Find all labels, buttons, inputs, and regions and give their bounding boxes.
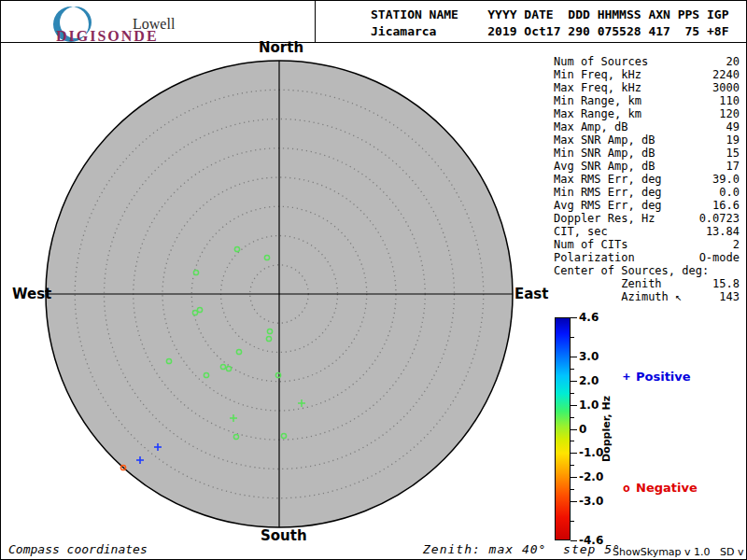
stat-row: CIT, sec13.84 <box>554 225 740 238</box>
colorbar-major-tick <box>571 357 577 357</box>
compass-label-north: North <box>259 39 303 56</box>
stat-value: 20 <box>726 55 740 68</box>
zenith-range-note: Zenith: max 40° step 5° <box>423 542 621 556</box>
stat-value: 110 <box>719 94 740 107</box>
stat-label: Min RMS Err, deg <box>554 186 662 199</box>
stat-value: 19 <box>726 133 740 147</box>
colorbar-tick-label: 1.0 <box>579 399 599 412</box>
stat-row: Center of Sources, deg: <box>554 264 740 277</box>
colorbar-minor-tick <box>571 393 574 394</box>
stat-value: 2 <box>733 238 740 251</box>
stat-label: Zenith <box>554 277 662 290</box>
colorbar-major-tick <box>571 477 577 478</box>
colorbar-major-tick <box>571 381 577 382</box>
stat-row: Num of CITs2 <box>554 238 740 251</box>
legend-positive: +Positive <box>623 370 691 384</box>
colorbar-tick-label: -3.0 <box>579 495 603 508</box>
stat-row: Min Range, km110 <box>554 94 740 107</box>
stat-label: Min SNR Amp, dB <box>554 147 655 160</box>
doppler-colorbar <box>555 317 571 540</box>
stat-row: Zenith15.8 <box>554 277 740 290</box>
stat-label: Min Freq, kHz <box>554 68 641 81</box>
circle-marker-icon: o <box>623 481 636 495</box>
showskymap-window: Lowell DIGISONDE STATION NAME YYYY DATE … <box>0 0 747 560</box>
stat-label: Polarization <box>554 251 635 264</box>
stat-label: Max Freq, kHz <box>554 81 641 94</box>
stat-row: Doppler Res, Hz0.0723 <box>554 212 740 225</box>
stat-value: 143 <box>719 290 740 303</box>
stat-label: Center of Sources, deg: <box>554 264 709 277</box>
stat-value: 0.0 <box>719 186 740 199</box>
station-header-columns: STATION NAME YYYY DATE DDD HHMMSS AXN PP… <box>371 7 729 22</box>
plus-marker-icon: + <box>623 370 636 384</box>
stat-row: Max Freq, kHz3000 <box>554 81 740 94</box>
colorbar-minor-tick <box>571 441 574 441</box>
colorbar-minor-tick <box>571 465 574 466</box>
stat-value: 15.8 <box>712 277 740 290</box>
colorbar-major-tick <box>571 317 577 318</box>
stat-label: Avg RMS Err, deg <box>554 199 662 212</box>
compass-label-south: South <box>261 527 307 544</box>
colorbar-tick-label: 3.0 <box>579 350 599 363</box>
colorbar-major-tick <box>571 501 577 502</box>
stat-row: Min Freq, kHz2240 <box>554 68 740 81</box>
colorbar-tick-label: 0 <box>579 423 586 436</box>
colorbar-minor-tick <box>571 417 574 418</box>
compass-label-west: West <box>12 286 51 302</box>
stat-label: Max SNR Amp, dB <box>554 133 655 147</box>
colorbar-major-tick <box>571 540 577 541</box>
legend-positive-label: Positive <box>636 370 691 384</box>
stat-row: Avg RMS Err, deg16.6 <box>554 199 740 212</box>
stat-row: Max RMS Err, deg39.0 <box>554 173 740 186</box>
version-note: ShowSkymap v 1.0 SD v 4.2 <box>613 546 747 558</box>
colorbar-minor-tick <box>571 489 574 490</box>
stat-value: 13.84 <box>706 225 740 238</box>
legend-negative: oNegative <box>623 481 698 495</box>
stat-value: 120 <box>719 107 740 120</box>
coordinates-note: Compass coordinates <box>8 542 148 556</box>
digisonde-logo: Lowell DIGISONDE <box>52 4 230 45</box>
colorbar-minor-tick <box>571 369 574 370</box>
stat-row: Max Range, km120 <box>554 107 740 120</box>
stat-row: Min SNR Amp, dB15 <box>554 147 740 160</box>
stat-row: PolarizationO-mode <box>554 251 740 264</box>
stat-label: Max RMS Err, deg <box>554 173 662 186</box>
colorbar-major-tick <box>571 429 577 430</box>
legend-negative-label: Negative <box>636 481 698 495</box>
stat-value: 17 <box>726 160 740 173</box>
stat-label: Max Amp, dB <box>554 120 627 133</box>
stat-row: Avg SNR Amp, dB17 <box>554 160 740 173</box>
colorbar-major-tick <box>571 405 577 406</box>
stat-value: 16.6 <box>712 199 740 212</box>
stat-row: Max SNR Amp, dB19 <box>554 133 740 147</box>
colorbar-tick-label: 4.6 <box>579 311 599 324</box>
header-left-divider <box>315 1 316 42</box>
colorbar-tick-label: 2.0 <box>579 374 599 387</box>
stats-panel: Num of Sources20Min Freq, kHz2240Max Fre… <box>554 55 740 303</box>
stat-value: 3000 <box>712 81 740 94</box>
stat-label: Num of CITs <box>554 238 627 251</box>
stat-value: 0.0723 <box>699 212 740 225</box>
colorbar-tick-label: -2.0 <box>579 470 603 483</box>
colorbar-major-tick <box>571 453 577 454</box>
stat-row: Num of Sources20 <box>554 55 740 68</box>
stat-label: Azimuth ↖ <box>554 290 682 303</box>
stat-value: 15 <box>726 147 740 160</box>
stat-value: 2240 <box>712 68 740 81</box>
station-header-values: Jicamarca 2019 Oct17 290 075528 417 75 +… <box>371 24 729 39</box>
stat-label: Avg SNR Amp, dB <box>554 160 655 173</box>
stat-value: 49 <box>726 120 740 133</box>
stat-label: Max Range, km <box>554 107 641 120</box>
stat-label: CIT, sec <box>554 225 608 238</box>
stat-value: 39.0 <box>712 173 740 186</box>
stat-label: Doppler Res, Hz <box>554 212 655 225</box>
stat-row: Max Amp, dB49 <box>554 120 740 133</box>
colorbar-axis-label: Doppler, Hz <box>600 396 613 462</box>
colorbar-minor-tick <box>571 337 574 338</box>
header-divider <box>1 42 747 43</box>
colorbar-minor-tick <box>571 521 574 522</box>
compass-label-east: East <box>514 286 548 302</box>
stat-row: Azimuth ↖143 <box>554 290 740 303</box>
stat-label: Num of Sources <box>554 55 648 68</box>
stat-row: Min RMS Err, deg0.0 <box>554 186 740 199</box>
